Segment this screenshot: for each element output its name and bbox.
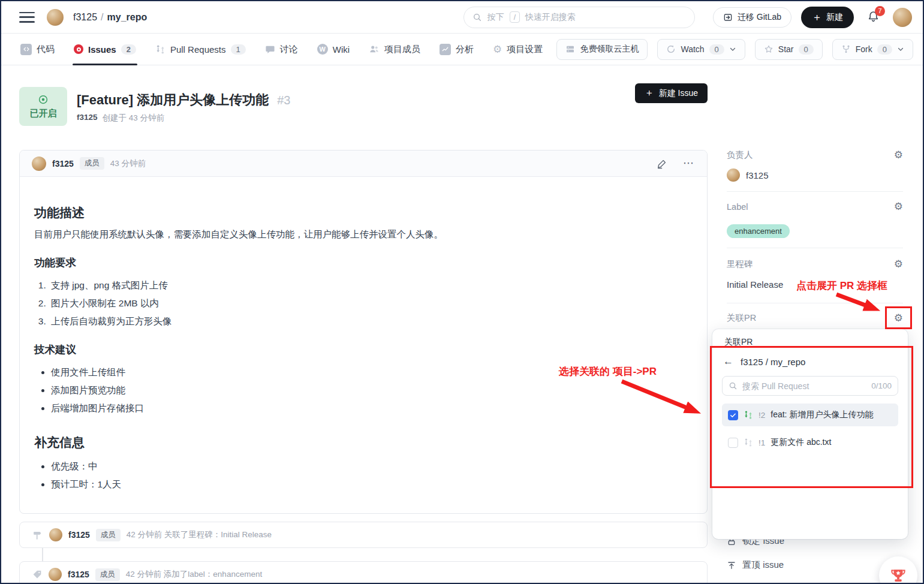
breadcrumb-separator: / bbox=[101, 12, 103, 23]
watch-icon bbox=[666, 44, 676, 54]
watch-label: Watch bbox=[681, 44, 704, 54]
breadcrumb-repo[interactable]: my_repo bbox=[107, 12, 148, 23]
label-chip-enhancement[interactable]: enhancement bbox=[727, 224, 790, 238]
checkbox-checked-icon[interactable] bbox=[728, 410, 738, 420]
section-title: 功能要求 bbox=[34, 255, 693, 270]
extras-list: 优先级：中 预计工时：1人天 bbox=[39, 460, 693, 491]
comment-header: f3125 成员 43 分钟前 ⋯ bbox=[20, 150, 707, 177]
pr-id: !2 bbox=[759, 411, 765, 420]
prs-count-badge: 1 bbox=[231, 44, 246, 55]
list-item: 添加图片预览功能 bbox=[39, 384, 693, 397]
timeline-author[interactable]: f3125 bbox=[68, 570, 89, 579]
issue-state-label: 已开启 bbox=[30, 108, 57, 119]
annotation-expand-hint: 点击展开 PR 选择框 bbox=[796, 279, 887, 293]
requirements-list: 支持 jpg、png 格式图片上传 图片大小限制在 2MB 以内 上传后自动裁剪… bbox=[49, 279, 693, 328]
checkbox-empty-icon[interactable] bbox=[728, 438, 738, 448]
assignee-title: 负责人 bbox=[727, 149, 753, 161]
back-arrow-icon[interactable]: ← bbox=[723, 356, 733, 368]
section-title: 补充信息 bbox=[34, 434, 693, 451]
tab-wiki[interactable]: W Wiki bbox=[308, 34, 359, 65]
pr-search-box: 0/100 bbox=[722, 376, 898, 396]
pull-request-icon bbox=[155, 44, 165, 55]
description-paragraph: 目前用户只能使用系统默认头像，需要添加自定义头像上传功能，让用户能够上传并设置个… bbox=[34, 228, 693, 241]
tab-code-label: 代码 bbox=[37, 44, 55, 55]
comment-author-avatar[interactable] bbox=[32, 156, 46, 171]
free-cloud-host-label: 免费领取云主机 bbox=[580, 44, 639, 55]
timeline-avatar[interactable] bbox=[49, 568, 62, 581]
chat-icon bbox=[265, 44, 275, 55]
section-title: 功能描述 bbox=[34, 204, 693, 221]
tab-analytics[interactable]: 分析 bbox=[430, 34, 483, 65]
tab-analytics-label: 分析 bbox=[456, 44, 474, 55]
related-pr-gear-icon[interactable]: ⚙ bbox=[894, 313, 903, 323]
tab-settings[interactable]: ⚙ 项目设置 bbox=[483, 34, 552, 65]
timeline-text: 42 分钟前 关联了里程碑：Initial Release bbox=[127, 529, 272, 540]
milestone-title: 里程碑 bbox=[727, 258, 753, 270]
pin-top-icon bbox=[727, 561, 736, 570]
tab-code[interactable]: 代码 bbox=[11, 34, 64, 65]
tab-members[interactable]: 项目成员 bbox=[359, 34, 430, 65]
code-icon bbox=[20, 44, 32, 55]
list-item: 后端增加图片存储接口 bbox=[39, 402, 693, 415]
new-issue-button[interactable]: ＋ 新建 Issue bbox=[635, 83, 708, 103]
chart-icon bbox=[440, 44, 451, 55]
edit-pencil-icon[interactable] bbox=[657, 158, 667, 169]
related-pr-dropdown-panel: 关联PR ← f3125 / my_repo 0/100 !2 feat: 新增… bbox=[712, 329, 908, 539]
pr-search-input[interactable] bbox=[742, 381, 866, 391]
breadcrumb-owner[interactable]: f3125 bbox=[73, 12, 97, 23]
pin-issue-action[interactable]: 置顶 issue bbox=[727, 559, 784, 571]
list-item: 优先级：中 bbox=[39, 460, 693, 473]
comment-author[interactable]: f3125 bbox=[52, 159, 74, 168]
pr-option-1[interactable]: !1 更新文件 abc.txt bbox=[722, 431, 898, 454]
people-icon bbox=[369, 44, 380, 55]
issue-title: [Feature] 添加用户头像上传功能 bbox=[77, 91, 269, 109]
tab-prs-label: Pull Requests bbox=[170, 44, 226, 55]
timeline-text: 42 分钟前 添加了label：enhancement bbox=[126, 569, 262, 580]
app-window: f3125 / my_repo 按下 / 快速开启搜索 迁移 GitLab ＋ … bbox=[0, 0, 924, 584]
member-role-badge: 成员 bbox=[80, 157, 104, 170]
search-icon bbox=[472, 13, 482, 22]
pr-panel-breadcrumb[interactable]: ← f3125 / my_repo bbox=[723, 356, 805, 368]
issues-count-badge: 2 bbox=[121, 44, 136, 55]
search-icon bbox=[729, 381, 738, 390]
free-cloud-host-button[interactable]: 免费领取云主机 bbox=[556, 39, 648, 60]
wiki-icon: W bbox=[317, 44, 328, 55]
label-title: Label bbox=[727, 202, 748, 212]
pull-request-icon-gray bbox=[744, 438, 753, 447]
pr-id: !1 bbox=[759, 438, 765, 447]
timeline-avatar[interactable] bbox=[49, 528, 62, 541]
hamburger-menu-icon[interactable] bbox=[19, 12, 35, 23]
tag-icon bbox=[32, 569, 43, 580]
timeline-author[interactable]: f3125 bbox=[68, 530, 90, 540]
annotation-select-hint: 选择关联的 项目->PR bbox=[559, 365, 657, 378]
milestone-value[interactable]: Initial Release bbox=[727, 279, 783, 290]
pr-title: feat: 新增用户头像上传功能 bbox=[770, 410, 873, 420]
tab-settings-label: 项目设置 bbox=[507, 44, 543, 55]
assignee-user[interactable]: f3125 bbox=[727, 168, 903, 182]
issue-state-badge: 已开启 bbox=[19, 87, 67, 126]
tab-pull-requests[interactable]: Pull Requests 1 bbox=[146, 34, 255, 65]
repo-owner-avatar[interactable] bbox=[47, 9, 64, 26]
issue-timeline: f3125 成员 42 分钟前 关联了里程碑：Initial Release f… bbox=[19, 522, 708, 584]
pull-request-icon-green bbox=[744, 410, 753, 420]
more-actions-icon[interactable]: ⋯ bbox=[683, 161, 695, 165]
label-gear-icon[interactable]: ⚙ bbox=[894, 201, 903, 212]
issue-author[interactable]: f3125 bbox=[77, 113, 98, 124]
timeline-event-label: f3125 成员 42 分钟前 添加了label：enhancement bbox=[19, 561, 708, 584]
tab-members-label: 项目成员 bbox=[384, 44, 420, 55]
pr-panel-title: 关联PR bbox=[724, 337, 753, 348]
tab-issues[interactable]: Issues 2 bbox=[64, 34, 146, 65]
member-role-badge: 成员 bbox=[96, 529, 121, 541]
related-pr-title: 关联PR bbox=[727, 312, 756, 324]
watch-count-badge: 0 bbox=[709, 44, 724, 55]
list-item: 支持 jpg、png 格式图片上传 bbox=[49, 279, 693, 292]
issue-description-card: f3125 成员 43 分钟前 ⋯ 功能描述 目前用户只能使用系统默认头像，需要… bbox=[19, 150, 708, 514]
list-item: 预计工时：1人天 bbox=[39, 478, 693, 491]
pr-option-2[interactable]: !2 feat: 新增用户头像上传功能 bbox=[722, 404, 898, 426]
global-search-input[interactable]: 按下 / 快速开启搜索 bbox=[463, 7, 695, 28]
assignee-gear-icon[interactable]: ⚙ bbox=[894, 150, 903, 160]
new-issue-label: 新建 Issue bbox=[659, 88, 698, 99]
milestone-gear-icon[interactable]: ⚙ bbox=[894, 259, 903, 269]
tab-discussions[interactable]: 讨论 bbox=[255, 34, 308, 65]
assignee-name: f3125 bbox=[746, 170, 769, 180]
